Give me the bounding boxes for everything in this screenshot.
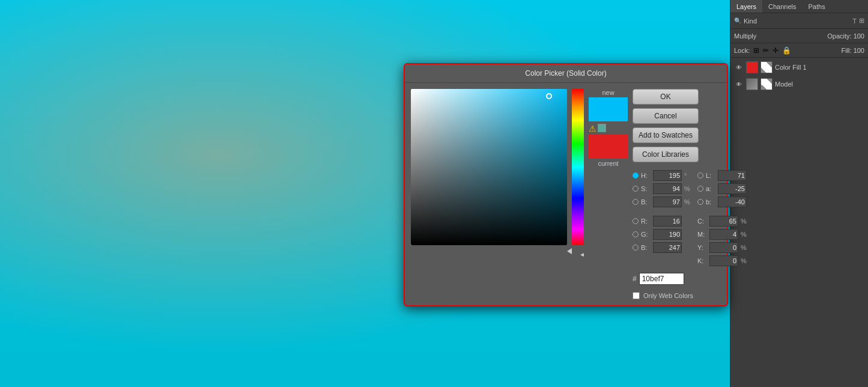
red-label: R: <box>641 218 651 225</box>
lab-l-row: L: <box>697 169 748 181</box>
kind-label: Kind <box>744 17 850 25</box>
add-to-swatches-button[interactable]: Add to Swatches <box>633 127 699 143</box>
web-safe-icon <box>598 124 606 132</box>
cyan-label: C: <box>697 218 707 225</box>
magenta-input[interactable] <box>709 229 738 240</box>
red-radio[interactable] <box>633 218 639 224</box>
green-radio[interactable] <box>633 231 639 237</box>
color-gradient-picker[interactable] <box>411 89 567 245</box>
layer-item-color-fill[interactable]: 👁 Color Fill 1 <box>730 59 868 76</box>
lab-l-input[interactable] <box>718 170 747 181</box>
ok-button[interactable]: OK <box>633 89 699 105</box>
color-current-swatch[interactable] <box>589 135 628 159</box>
cyan-row: C: % <box>697 215 748 227</box>
search-icon: 🔍 <box>734 17 741 24</box>
cancel-button[interactable]: Cancel <box>633 108 699 124</box>
yellow-label: Y: <box>697 244 707 251</box>
blend-mode-row: Multiply Opacity: 100 <box>730 29 868 43</box>
layer-mask-model <box>760 78 772 90</box>
brightness-input[interactable] <box>653 197 682 207</box>
lab-a-radio[interactable] <box>697 186 703 192</box>
blue-radio[interactable] <box>633 245 639 251</box>
magenta-unit: % <box>741 231 748 238</box>
hue-radio[interactable] <box>633 172 639 178</box>
cyan-input[interactable] <box>709 216 738 227</box>
black-input[interactable] <box>709 255 738 266</box>
magenta-label: M: <box>697 231 707 238</box>
layer-item-model[interactable]: 👁 Model <box>730 76 868 93</box>
lab-a-label: a: <box>706 185 715 192</box>
lock-move-icon[interactable]: ✛ <box>772 46 778 55</box>
hex-input[interactable] <box>639 273 684 285</box>
lock-position-icon[interactable]: ⊞ <box>753 46 759 55</box>
lock-all-icon[interactable]: 🔒 <box>782 46 791 55</box>
layer-name-model: Model <box>775 81 864 88</box>
saturation-radio[interactable] <box>633 186 639 192</box>
layer-name-color-fill: Color Fill 1 <box>775 64 864 71</box>
magenta-row: M: % <box>697 228 748 240</box>
yellow-unit: % <box>741 244 748 251</box>
lab-b-input[interactable] <box>718 197 747 207</box>
yellow-input[interactable] <box>709 242 738 253</box>
opacity-control[interactable]: Opacity: 100 <box>827 32 864 40</box>
layer-visibility-model[interactable]: 👁 <box>734 79 744 89</box>
lab-a-input[interactable] <box>718 183 747 194</box>
saturation-label: S: <box>641 185 651 192</box>
brightness-row: B: % <box>633 196 691 208</box>
color-picker-dialog: Color Picker (Solid Color) ◄ new ⚠ curre… <box>404 63 728 306</box>
black-row: K: % <box>697 255 748 267</box>
blend-mode-selector[interactable]: Multiply <box>734 32 827 40</box>
blue-input[interactable] <box>653 242 682 253</box>
hue-unit: ° <box>684 172 691 179</box>
red-input[interactable] <box>653 216 682 227</box>
color-gradient-inner <box>411 89 567 245</box>
dialog-body: ◄ new ⚠ current OK Cancel Add to Swatche… <box>405 83 727 305</box>
color-preview-area: new ⚠ current <box>589 89 628 299</box>
brightness-radio[interactable] <box>633 199 639 205</box>
layer-visibility-color-fill[interactable]: 👁 <box>734 62 744 72</box>
gamut-warning-icon: ⚠ <box>589 124 596 133</box>
layer-mask-color-fill <box>760 61 772 73</box>
hsb-rgb-column: H: ° S: % B: <box>633 169 691 267</box>
hex-hash: # <box>633 275 637 283</box>
layers-list: 👁 Color Fill 1 👁 Model <box>730 58 868 94</box>
hue-slider-container: ◄ <box>572 89 584 299</box>
action-buttons: OK Cancel Add to Swatches Color Librarie… <box>633 89 748 162</box>
adjustment-icon: ⊞ <box>859 17 864 25</box>
color-controls: OK Cancel Add to Swatches Color Librarie… <box>633 89 748 299</box>
color-libraries-button[interactable]: Color Libraries <box>633 147 699 162</box>
lab-b-radio[interactable] <box>697 199 703 205</box>
hue-slider[interactable] <box>572 89 584 245</box>
hue-arrow: ◄ <box>579 251 585 258</box>
lab-cmyk-column: L: a: b: <box>697 169 748 267</box>
green-input[interactable] <box>653 229 682 240</box>
only-web-colors-label: Only Web Colors <box>643 292 693 299</box>
saturation-unit: % <box>684 185 691 192</box>
layer-thumb-model <box>746 78 758 90</box>
color-values-columns: H: ° S: % B: <box>633 169 748 267</box>
brightness-label: B: <box>641 198 651 206</box>
current-label: current <box>589 160 628 167</box>
hue-input[interactable] <box>653 170 682 181</box>
lab-l-radio[interactable] <box>697 172 703 178</box>
hex-row: # <box>633 273 748 285</box>
lab-b-row: b: <box>697 196 748 208</box>
panel-tab-bar: Layers Channels Paths <box>730 0 868 13</box>
tab-layers[interactable]: Layers <box>730 0 762 13</box>
lock-label: Lock: <box>734 47 750 54</box>
cyan-unit: % <box>741 218 748 225</box>
lab-b-label: b: <box>706 198 715 206</box>
lock-paint-icon[interactable]: ✏ <box>763 46 769 55</box>
hue-label: H: <box>641 172 651 179</box>
new-label: new <box>589 89 628 96</box>
dialog-title: Color Picker (Solid Color) <box>405 64 727 83</box>
blue-label: B: <box>641 244 651 251</box>
fill-control[interactable]: Fill: 100 <box>841 47 864 54</box>
color-new-swatch[interactable] <box>589 97 628 121</box>
only-web-colors-checkbox[interactable] <box>633 292 640 299</box>
saturation-input[interactable] <box>653 183 682 194</box>
saturation-row: S: % <box>633 183 691 195</box>
type-icon: T <box>852 17 857 25</box>
tab-channels[interactable]: Channels <box>762 0 802 13</box>
tab-paths[interactable]: Paths <box>803 0 831 13</box>
